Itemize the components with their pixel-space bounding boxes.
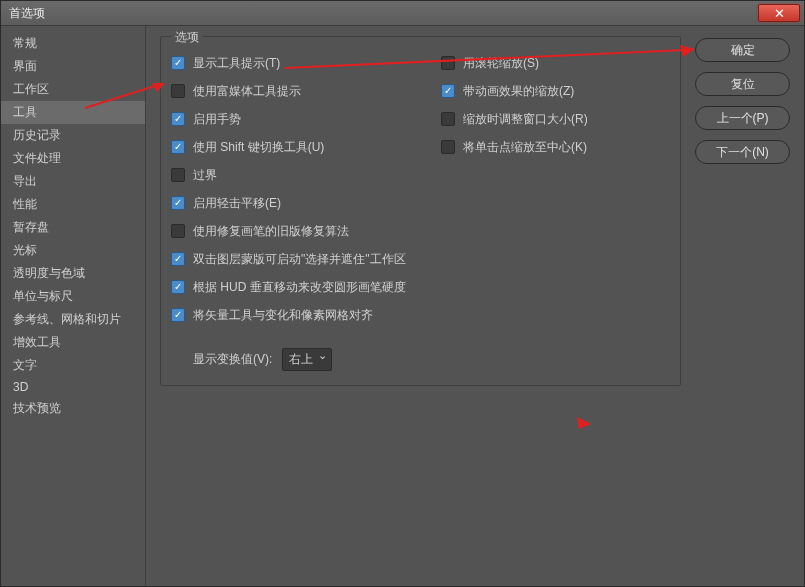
- reset-button[interactable]: 复位: [695, 72, 790, 96]
- option-label: 启用手势: [193, 111, 241, 128]
- sidebar-item[interactable]: 历史记录: [1, 124, 145, 147]
- option-row: 过界: [171, 166, 441, 184]
- panel-title: 选项: [171, 29, 203, 46]
- option-label: 启用轻击平移(E): [193, 195, 281, 212]
- ok-button[interactable]: 确定: [695, 38, 790, 62]
- checkbox[interactable]: [441, 112, 455, 126]
- option-label: 用滚轮缩放(S): [463, 55, 539, 72]
- sidebar-item[interactable]: 导出: [1, 170, 145, 193]
- checkbox[interactable]: [171, 168, 185, 182]
- sidebar-item[interactable]: 暂存盘: [1, 216, 145, 239]
- sidebar: 常规界面工作区工具历史记录文件处理导出性能暂存盘光标透明度与色域单位与标尺参考线…: [1, 26, 146, 586]
- close-button[interactable]: ✕: [758, 4, 800, 22]
- option-row: 根据 HUD 垂直移动来改变圆形画笔硬度: [171, 278, 441, 296]
- prev-button[interactable]: 上一个(P): [695, 106, 790, 130]
- checkbox[interactable]: [171, 280, 185, 294]
- sidebar-item[interactable]: 性能: [1, 193, 145, 216]
- checkbox[interactable]: [171, 308, 185, 322]
- options-panel: 选项 显示工具提示(T)使用富媒体工具提示启用手势使用 Shift 键切换工具(…: [160, 36, 681, 386]
- option-label: 将单击点缩放至中心(K): [463, 139, 587, 156]
- sidebar-item[interactable]: 透明度与色域: [1, 262, 145, 285]
- checkbox[interactable]: [171, 224, 185, 238]
- checkbox[interactable]: [171, 56, 185, 70]
- checkbox[interactable]: [441, 140, 455, 154]
- option-label: 双击图层蒙版可启动"选择并遮住"工作区: [193, 251, 406, 268]
- option-row: 用滚轮缩放(S): [441, 54, 588, 72]
- sidebar-item[interactable]: 单位与标尺: [1, 285, 145, 308]
- next-button[interactable]: 下一个(N): [695, 140, 790, 164]
- option-row: 缩放时调整窗口大小(R): [441, 110, 588, 128]
- sidebar-item[interactable]: 工具: [1, 101, 145, 124]
- sidebar-item[interactable]: 技术预览: [1, 397, 145, 420]
- option-label: 过界: [193, 167, 217, 184]
- sidebar-item[interactable]: 常规: [1, 32, 145, 55]
- checkbox[interactable]: [171, 252, 185, 266]
- checkbox[interactable]: [171, 112, 185, 126]
- option-label: 将矢量工具与变化和像素网格对齐: [193, 307, 373, 324]
- close-icon: ✕: [774, 6, 785, 21]
- transform-select[interactable]: 右上: [282, 348, 332, 371]
- option-row: 启用轻击平移(E): [171, 194, 441, 212]
- option-row: 带动画效果的缩放(Z): [441, 82, 588, 100]
- option-label: 使用 Shift 键切换工具(U): [193, 139, 324, 156]
- option-label: 带动画效果的缩放(Z): [463, 83, 574, 100]
- option-row: 显示工具提示(T): [171, 54, 441, 72]
- titlebar: 首选项 ✕: [1, 1, 804, 26]
- option-row: 启用手势: [171, 110, 441, 128]
- option-label: 使用富媒体工具提示: [193, 83, 301, 100]
- sidebar-item[interactable]: 光标: [1, 239, 145, 262]
- option-label: 使用修复画笔的旧版修复算法: [193, 223, 349, 240]
- transform-value: 右上: [289, 352, 313, 366]
- window-title: 首选项: [9, 5, 45, 22]
- option-label: 显示工具提示(T): [193, 55, 280, 72]
- option-row: 双击图层蒙版可启动"选择并遮住"工作区: [171, 250, 441, 268]
- checkbox[interactable]: [171, 140, 185, 154]
- sidebar-item[interactable]: 工作区: [1, 78, 145, 101]
- option-row: 将单击点缩放至中心(K): [441, 138, 588, 156]
- transform-label: 显示变换值(V):: [193, 351, 272, 368]
- sidebar-item[interactable]: 参考线、网格和切片: [1, 308, 145, 331]
- checkbox[interactable]: [441, 56, 455, 70]
- sidebar-item[interactable]: 文字: [1, 354, 145, 377]
- option-row: 使用修复画笔的旧版修复算法: [171, 222, 441, 240]
- sidebar-item[interactable]: 界面: [1, 55, 145, 78]
- option-row: 将矢量工具与变化和像素网格对齐: [171, 306, 441, 324]
- option-row: 使用 Shift 键切换工具(U): [171, 138, 441, 156]
- option-label: 缩放时调整窗口大小(R): [463, 111, 588, 128]
- checkbox[interactable]: [171, 84, 185, 98]
- sidebar-item[interactable]: 增效工具: [1, 331, 145, 354]
- checkbox[interactable]: [171, 196, 185, 210]
- option-row: 使用富媒体工具提示: [171, 82, 441, 100]
- sidebar-item[interactable]: 3D: [1, 377, 145, 397]
- sidebar-item[interactable]: 文件处理: [1, 147, 145, 170]
- option-label: 根据 HUD 垂直移动来改变圆形画笔硬度: [193, 279, 406, 296]
- checkbox[interactable]: [441, 84, 455, 98]
